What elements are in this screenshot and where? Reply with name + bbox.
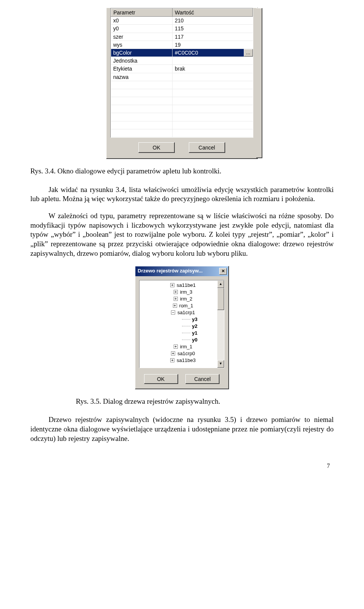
param-cell — [111, 121, 173, 129]
table-row — [111, 129, 253, 137]
table-row[interactable]: x0210 — [111, 17, 253, 25]
scroll-thumb[interactable] — [217, 288, 224, 310]
table-row[interactable]: wys19 — [111, 41, 253, 49]
tree-dialog: Drzewo rejestrów zapisyw... ✕ sa11be1irm… — [135, 266, 229, 389]
titlebar[interactable]: Drzewo rejestrów zapisyw... ✕ — [135, 266, 228, 276]
properties-table-wrap: Parametr Wartość x0210y0115szer117wys19b… — [110, 8, 253, 138]
figure-3-4-caption: Rys. 3.4. Okno dialogowe edycji parametr… — [30, 167, 334, 176]
table-row — [111, 81, 253, 89]
tree-branch-line — [182, 340, 190, 340]
page-number: 7 — [30, 451, 334, 470]
tree-dialog-button-row: OK Cancel — [135, 372, 228, 389]
tree-child-item[interactable]: y1 — [140, 330, 224, 337]
expand-icon[interactable] — [171, 351, 175, 356]
table-row[interactable]: nazwa — [111, 73, 253, 81]
param-cell: nazwa — [111, 73, 173, 81]
tree-item[interactable]: irm_3 — [140, 289, 224, 296]
expand-icon[interactable] — [170, 283, 174, 287]
value-cell — [173, 105, 253, 113]
tree-item-label: sa1crp1 — [177, 310, 195, 315]
paragraph-1: Jak widać na rysunku 3.4, lista właściwo… — [30, 185, 334, 204]
table-row[interactable]: bgColor#C0C0C0… — [111, 49, 253, 57]
table-row[interactable]: Jednostka — [111, 57, 253, 65]
tree-item[interactable]: sa11be3 — [140, 357, 224, 364]
value-cell: brak — [173, 65, 253, 73]
col-header-param[interactable]: Parametr — [111, 9, 173, 17]
tree-branch-line — [182, 319, 190, 319]
figure-3-4-wrapper: Parametr Wartość x0210y0115szer117wys19b… — [30, 8, 334, 159]
tree-item-label: sa11be3 — [177, 357, 196, 363]
tree-view[interactable]: sa11be1irm_3irm_2rom_1sa1crp1y3y2y1y0irm… — [140, 280, 224, 365]
scroll-down-button[interactable]: ▼ — [217, 360, 224, 368]
tree-child-item[interactable]: y2 — [140, 323, 224, 330]
dialog-scrollbar-edge — [256, 8, 262, 158]
ok-button[interactable]: OK — [144, 374, 178, 384]
tree-item-label: y1 — [192, 330, 197, 336]
value-cell — [173, 81, 253, 89]
tree-item[interactable]: sa1crp0 — [140, 350, 224, 357]
figure-3-5-wrapper: Drzewo rejestrów zapisyw... ✕ sa11be1irm… — [30, 266, 334, 389]
properties-table: Parametr Wartość x0210y0115szer117wys19b… — [111, 8, 253, 137]
table-row — [111, 105, 253, 113]
tree-branch-line — [182, 333, 190, 333]
param-cell: y0 — [111, 25, 173, 33]
value-cell: 210 — [173, 17, 253, 25]
param-cell: wys — [111, 41, 173, 49]
tree-item[interactable]: rom_1 — [140, 302, 224, 309]
value-cell — [173, 113, 253, 121]
col-header-value[interactable]: Wartość — [173, 9, 253, 17]
tree-item-label: y2 — [192, 323, 197, 329]
figure-3-5-caption: Rys. 3.5. Dialog drzewa rejestrów zapisy… — [76, 397, 334, 406]
expand-icon[interactable] — [174, 297, 178, 301]
table-row[interactable]: Etykietabrak — [111, 65, 253, 73]
cancel-button[interactable]: Cancel — [189, 142, 225, 153]
paragraph-3: Drzewo rejestrów zapisywalnych (widoczne… — [30, 415, 334, 443]
ok-button[interactable]: OK — [138, 142, 175, 153]
param-cell — [111, 97, 173, 105]
value-cell — [173, 129, 253, 137]
tree-item-label: irm_2 — [180, 296, 193, 302]
param-cell — [111, 81, 173, 89]
scroll-up-button[interactable]: ▲ — [217, 280, 224, 288]
tree-item-label: sa1crp0 — [177, 351, 195, 356]
cancel-button[interactable]: Cancel — [185, 374, 220, 384]
param-cell: bgColor — [111, 49, 173, 57]
tree-item[interactable]: irm_2 — [140, 296, 224, 302]
table-row[interactable]: szer117 — [111, 33, 253, 41]
tree-item[interactable]: sa1crp1 — [140, 309, 224, 316]
expand-icon[interactable] — [173, 304, 177, 308]
value-cell — [173, 89, 253, 97]
param-cell: szer — [111, 33, 173, 41]
close-button[interactable]: ✕ — [219, 268, 227, 275]
table-row — [111, 113, 253, 121]
tree-child-item[interactable]: y3 — [140, 316, 224, 323]
value-cell — [173, 73, 253, 81]
properties-dialog: Parametr Wartość x0210y0115szer117wys19b… — [106, 8, 258, 159]
table-row — [111, 97, 253, 105]
collapse-icon[interactable] — [171, 310, 175, 315]
value-cell: 117 — [173, 33, 253, 41]
dialog-button-row: OK Cancel — [107, 138, 257, 158]
expand-icon[interactable] — [174, 290, 178, 294]
tree-item-label: irm_3 — [180, 289, 193, 295]
param-cell: Etykieta — [111, 65, 173, 73]
ellipsis-button[interactable]: … — [244, 49, 253, 57]
param-cell — [111, 113, 173, 121]
expand-icon[interactable] — [170, 358, 174, 362]
tree-scrollbar[interactable]: ▲ ▼ — [217, 280, 224, 368]
expand-icon[interactable] — [174, 345, 178, 349]
tree-item-label: sa11be1 — [177, 282, 196, 288]
dialog-title: Drzewo rejestrów zapisyw... — [138, 268, 202, 274]
table-row[interactable]: y0115 — [111, 25, 253, 33]
tree-item[interactable]: sa11be1 — [140, 282, 224, 289]
tree-child-item[interactable]: y0 — [140, 337, 224, 343]
table-row — [111, 89, 253, 97]
value-cell — [173, 121, 253, 129]
tree-branch-line — [182, 326, 190, 326]
param-cell: Jednostka — [111, 57, 173, 65]
value-cell: 115 — [173, 25, 253, 33]
tree-item[interactable]: irm_1 — [140, 343, 224, 350]
tree-item-label: rom_1 — [179, 303, 193, 308]
tree-item-label: y3 — [192, 316, 197, 322]
scroll-track[interactable] — [217, 288, 224, 360]
